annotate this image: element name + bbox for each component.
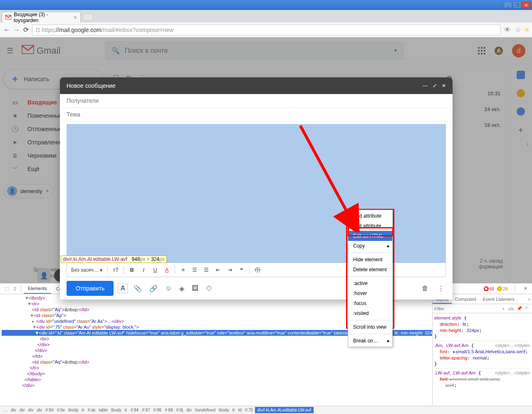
ctx-focus[interactable]: :focus [348,298,392,308]
event-listeners-tab[interactable]: Event Listeners [480,295,518,303]
chrome-menu-icon[interactable]: ≡ [525,26,529,34]
address-bar[interactable]: 🗋 https://mail.google.com/mail/#inbox?co… [32,25,501,35]
page-info-icon[interactable]: 🗋 [35,27,41,33]
ctx-scroll-into-view[interactable]: Scroll into view [348,322,392,332]
ctx-add-attribute[interactable]: Add attribute [348,211,392,221]
send-button[interactable]: Отправить [67,281,114,296]
ctx-hover[interactable]: :hover [348,288,392,298]
compose-minimize-icon[interactable]: — [423,83,428,89]
breadcrumb-item[interactable]: div [27,408,35,412]
quote-button[interactable]: ❝ [237,266,246,274]
breadcrumb-item[interactable]: td [237,408,243,412]
text-color-button[interactable]: A [162,266,171,274]
toggle-classes-button[interactable]: .cls [506,306,516,311]
align-button[interactable]: ≡ [178,266,188,274]
more-options-icon[interactable]: ⋮ [436,283,446,294]
insert-link-icon[interactable]: 🔗 [148,283,159,294]
pin-icon[interactable]: 📌 [515,306,524,311]
insert-photo-icon[interactable]: 🖼 [190,283,200,294]
devtools-menu-icon[interactable]: ⋮ [510,285,519,292]
breadcrumb-item[interactable]: tr [231,408,237,412]
breadcrumb-item[interactable]: div [185,408,193,412]
device-toggle-icon[interactable]: ▯ [12,285,18,292]
compose-title: Новое сообщение [67,82,116,89]
breadcrumb-selected[interactable]: div#:ki.Am.Al.editable.LW-avf [255,407,314,413]
ctx-copy[interactable]: Copy [348,241,392,251]
font-family-select[interactable]: Без засеч… ▾ [69,266,104,274]
breadcrumb-item[interactable]: … [2,408,9,412]
breadcrumb-item[interactable]: tr [80,408,86,412]
extension-icon[interactable]: 👁 [504,26,511,34]
new-tab-button[interactable] [83,13,93,21]
bold-button[interactable]: B [127,266,136,274]
breadcrumb-item[interactable]: table [97,408,110,412]
error-count[interactable]: ✖66 [484,286,495,291]
computed-tab[interactable]: Computed [452,295,480,303]
insert-emoji-icon[interactable]: ☺ [163,283,173,294]
breadcrumb-item[interactable]: div [18,408,27,412]
reload-button[interactable]: ⟳ [23,26,29,34]
breadcrumb-item[interactable]: #undefined [193,408,218,412]
insert-drive-icon[interactable]: ◈ [178,283,186,294]
warning-count[interactable]: !26 [497,286,508,291]
window-minimize-button[interactable]: _ [504,2,512,8]
tab-elements[interactable]: Elements [24,284,51,294]
breadcrumb-item[interactable]: div [35,408,44,412]
breadcrumb-item[interactable]: tr [123,408,129,412]
ctx-delete-element[interactable]: Delete element [348,265,392,275]
breadcrumb-item[interactable]: #:9d [44,408,55,412]
bullet-list-button[interactable]: ☰ [202,266,211,274]
breadcrumb-item[interactable]: #:75 [243,408,255,412]
compose-popout-icon[interactable]: ⤢ [433,83,437,89]
breadcrumb-item[interactable]: #:84 [129,408,140,412]
ctx-visited[interactable]: :visited [348,308,392,318]
css-rules[interactable]: element.style { direction: ltr; min-heig… [433,313,532,406]
ctx-edit-as-html[interactable]: Edit as HTML [348,231,392,241]
inspect-element-icon[interactable]: ⬚ [2,285,11,292]
italic-button[interactable]: I [139,266,148,274]
underline-button[interactable]: U [151,266,160,274]
browser-tab[interactable]: Входящие (3) - toysgarden × [2,12,81,22]
window-close-button[interactable]: ✕ [522,2,530,8]
outdent-button[interactable]: ⇤ [213,266,223,274]
breadcrumb-item[interactable]: #:87 [140,408,151,412]
bookmark-star-icon[interactable]: ☆ [515,26,521,34]
gmail-favicon-icon [5,15,11,20]
tab-close-icon[interactable]: × [74,14,77,21]
numbered-list-button[interactable]: ☰ [190,266,199,274]
breadcrumb-item[interactable]: div [9,408,18,412]
window-maximize-button[interactable]: ❐ [513,2,521,8]
back-button[interactable]: ← [3,26,10,34]
formatting-toggle-icon[interactable]: A [118,283,128,293]
ctx-edit-attribute[interactable]: Edit attribute [348,221,392,231]
breadcrumb-item[interactable]: #:9j [175,408,185,412]
new-style-rule-icon[interactable]: + [501,306,506,311]
ctx-break-on[interactable]: Break on… [348,336,392,346]
confidential-mode-icon[interactable]: ⏲ [204,283,214,294]
breadcrumb-item[interactable]: #:88 [163,408,174,412]
breadcrumb-item[interactable]: #:86 [152,408,163,412]
ctx-active[interactable]: :active [348,278,392,288]
remove-formatting-button[interactable]: Ⓣ [253,265,262,275]
attach-file-icon[interactable]: 📎 [132,283,144,294]
compose-header[interactable]: Новое сообщение — ⤢ ✕ [60,77,453,94]
dom-breadcrumbs[interactable]: …divdivdivdiv#:9d#:9etbodytr#:aktabletbo… [0,406,532,414]
breadcrumb-item[interactable]: tbody [67,408,80,412]
toggle-element-state-icon[interactable]: ⚐ [524,306,530,311]
recipients-field[interactable]: Получатели [60,94,453,108]
indent-button[interactable]: ⇥ [225,266,234,274]
discard-draft-icon[interactable]: 🗑 [420,283,430,294]
font-size-button[interactable]: тТ [111,266,120,274]
devtools-close-icon[interactable]: ✕ [522,285,530,292]
styles-filter-input[interactable] [434,306,501,311]
breadcrumb-item[interactable]: #:9e [55,408,67,412]
forward-button[interactable]: → [13,26,20,34]
browser-tabstrip: Входящие (3) - toysgarden × [0,10,532,22]
subject-field[interactable]: Тема [60,108,453,121]
breadcrumb-item[interactable]: tbody [109,408,123,412]
compose-close-icon[interactable]: ✕ [442,83,446,89]
breadcrumb-item[interactable]: #:ak [86,408,97,412]
breadcrumb-item[interactable]: tbody [217,408,230,412]
browser-tab-title: Входящие (3) - toysgarden [14,12,74,23]
ctx-hide-element[interactable]: Hide element [348,255,392,265]
